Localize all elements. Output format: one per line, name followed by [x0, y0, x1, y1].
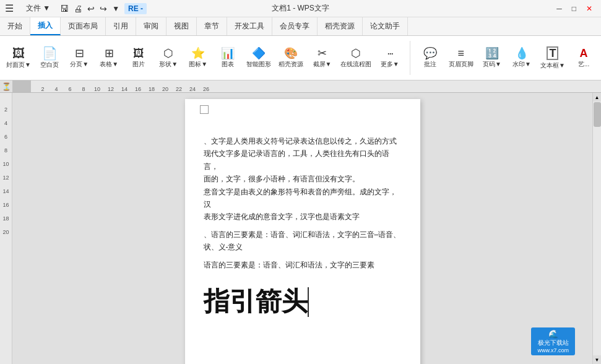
text-cursor	[308, 287, 309, 317]
tab-bar: 开始 插入 页面布局 引用 审阅 视图 章节 开发工具 会员专享 稻壳资源 论文…	[0, 17, 601, 36]
screenshot-btn[interactable]: ✂ 截屏▼	[310, 38, 335, 77]
table-btn[interactable]: ⊞ 表格▼	[97, 38, 121, 77]
para3: 语言的三要素是：语音、词汇和语法，文字的三要素	[204, 259, 402, 271]
more-btn[interactable]: ··· 更多▼	[378, 38, 402, 77]
headerfooter-btn[interactable]: ≡ 页眉页脚	[448, 38, 475, 77]
textbox-icon: T	[547, 46, 558, 60]
page-content: 、文字是人类用表义符号记录表达信息以传之，久远的方式 现代文字多是记录语言的，工…	[204, 135, 402, 317]
pagebreak-icon: ⊟	[75, 48, 84, 59]
watermark-ribbon-icon: 💧	[515, 48, 529, 59]
left-ruler: 2 4 6 8 10 12 14 16 18 20	[0, 93, 12, 364]
ribbon: 🖼 封面页▼ 📄 空白页 ⊟ 分页▼ ⊞ 表格▼ 🖼 图片 ⬡ 形状▼ ⭐ 图标…	[0, 36, 601, 80]
main-area: 2 4 6 8 10 12 14 16 18 20 、文字是人类用表义符号记录表…	[0, 93, 601, 364]
tab-developer[interactable]: 开发工具	[227, 17, 272, 35]
minimize-btn[interactable]: ─	[553, 4, 566, 13]
shape-btn[interactable]: ⬡ 形状▼	[156, 38, 181, 77]
pagebreak-btn[interactable]: ⊟ 分页▼	[67, 38, 92, 77]
icon-btn[interactable]: ⭐ 图标▼	[186, 38, 210, 77]
smartshape-btn[interactable]: 🔷 智能图形	[245, 38, 272, 77]
heading-area: 指引箭头	[204, 286, 402, 317]
toolbar-icon-save[interactable]: 🖫	[60, 4, 69, 14]
title-bar-right: ─ □ ✕	[553, 4, 596, 13]
doc-area[interactable]: 、文字是人类用表义符号记录表达信息以传之，久远的方式 现代文字多是记录语言的，工…	[12, 93, 592, 364]
tab-chapter[interactable]: 章节	[197, 17, 227, 35]
re-badge: RE -	[124, 3, 147, 14]
tab-start[interactable]: 开始	[0, 17, 30, 35]
toolbar-icon-print[interactable]: 🖨	[74, 4, 82, 14]
ruler-left-margin	[12, 80, 31, 92]
table-icon: ⊞	[105, 48, 114, 59]
chart-btn[interactable]: 📊 图表	[215, 38, 240, 77]
headerfooter-icon: ≡	[458, 48, 465, 59]
right-scrollbar[interactable]: ▲ ▼	[592, 93, 601, 364]
scroll-down-btn[interactable]: ▼	[593, 355, 602, 364]
tab-shell[interactable]: 稻壳资源	[318, 17, 363, 35]
tab-view[interactable]: 视图	[166, 17, 197, 35]
scroll-track[interactable]	[593, 102, 601, 355]
more-icon: ···	[387, 48, 392, 59]
toolbar-icon-undo[interactable]: ↩	[87, 4, 95, 14]
shell-icon: 🎨	[284, 48, 298, 59]
maximize-btn[interactable]: □	[568, 4, 580, 13]
flowchart-icon: ⬡	[351, 48, 361, 59]
pagenum-icon: 🔢	[485, 48, 499, 59]
page[interactable]: 、文字是人类用表义符号记录表达信息以传之，久远的方式 现代文字多是记录语言的，工…	[185, 99, 420, 364]
comment-icon: 💬	[423, 48, 437, 59]
art-btn[interactable]: A 艺...	[571, 38, 596, 77]
flowchart-btn[interactable]: ⬡ 在线流程图	[340, 38, 373, 77]
hourglass-icon: ⏳	[0, 82, 12, 91]
art-icon: A	[580, 48, 588, 59]
smartshape-icon: 🔷	[252, 48, 266, 59]
scroll-up-btn[interactable]: ▲	[593, 93, 602, 102]
coverpage-icon: 🖼	[12, 47, 25, 59]
coverpage-btn[interactable]: 🖼 封面页▼	[5, 38, 32, 77]
tab-insert[interactable]: 插入	[30, 17, 61, 35]
shape-icon: ⬡	[163, 48, 173, 59]
tab-reference[interactable]: 引用	[106, 17, 136, 35]
icon-icon: ⭐	[191, 48, 205, 59]
comment-btn[interactable]: 💬 批注	[418, 38, 443, 77]
file-menu[interactable]: 文件 ▼	[21, 2, 55, 15]
tab-pagelayout[interactable]: 页面布局	[61, 17, 106, 35]
toolbar-icon-redo[interactable]: ↪	[100, 4, 107, 14]
blankpage-icon: 📄	[42, 47, 58, 59]
tab-thesis[interactable]: 论文助手	[363, 17, 408, 35]
page-marker	[200, 105, 209, 114]
ruler-track: 2 4 6 8 10 12 14 16 18 20 22 24 26	[31, 80, 601, 92]
chart-icon: 📊	[221, 48, 235, 59]
picture-icon: 🖼	[133, 48, 144, 59]
para2: 、语言的三要素是：语音、词汇和语法，文字的三音–语音、 状、义-意义	[204, 228, 402, 254]
wps-menu-icon[interactable]: ☰	[5, 2, 14, 14]
big-heading: 指引箭头	[204, 287, 308, 316]
para1: 、文字是人类用表义符号记录表达信息以传之，久远的方式 现代文字多是记录语言的，工…	[204, 135, 402, 223]
ruler-numbers: 2 4 6 8 10 12 14 16 18 20 22 24 26	[31, 80, 213, 92]
watermark-badge: 🌊 极光下载站 www.x7.com	[531, 327, 575, 355]
tab-review[interactable]: 审阅	[136, 17, 166, 35]
pagenum-btn[interactable]: 🔢 页码▼	[480, 38, 504, 77]
toolbar-more[interactable]: ▼	[112, 4, 119, 13]
watermark-ribbon-btn[interactable]: 💧 水印▼	[509, 38, 534, 77]
screenshot-icon: ✂	[318, 48, 327, 59]
textbox-btn[interactable]: T 文本框▼	[539, 38, 566, 77]
title-bar: ☰ 文件 ▼ 🖫 🖨 ↩ ↪ ▼ RE - 文档1 - WPS文字 ─ □ ✕	[0, 0, 601, 17]
blankpage-btn[interactable]: 📄 空白页	[37, 38, 62, 77]
picture-btn[interactable]: 🖼 图片	[126, 38, 151, 77]
title-text: 文档1 - WPS文字	[272, 3, 329, 14]
watermark-logo-icon: 🌊	[548, 329, 558, 339]
watermark-url: www.x7.com	[537, 347, 569, 353]
tab-vip[interactable]: 会员专享	[272, 17, 318, 35]
scroll-thumb[interactable]	[594, 102, 601, 127]
shell-btn[interactable]: 🎨 稻壳资源	[277, 38, 305, 77]
watermark-logo-text: 极光下载站	[538, 339, 569, 347]
ruler-area: ⏳ 2 4 6 8 10 12 14 16 18 20 22 24 26	[0, 80, 601, 93]
close-btn[interactable]: ✕	[582, 4, 596, 13]
